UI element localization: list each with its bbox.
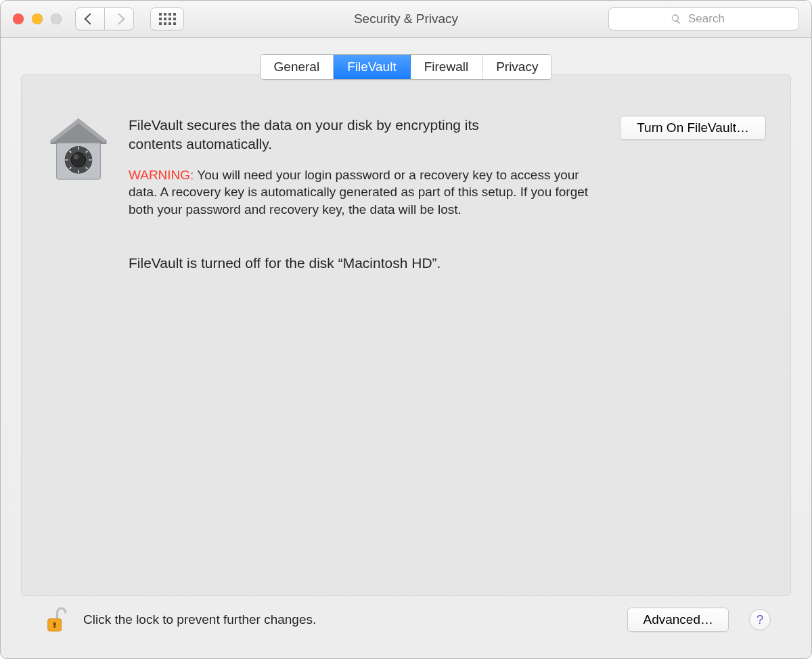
window-controls bbox=[13, 14, 62, 24]
filevault-warning: WARNING: You will need your login passwo… bbox=[129, 166, 602, 219]
titlebar: Security & Privacy bbox=[1, 1, 811, 38]
tab-bar: General FileVault Firewall Privacy bbox=[260, 54, 553, 80]
zoom-window-button[interactable] bbox=[51, 14, 62, 24]
minimize-window-button[interactable] bbox=[32, 14, 43, 24]
house-safe-icon bbox=[48, 116, 109, 183]
filevault-panel: FileVault secures the data on your disk … bbox=[21, 74, 791, 596]
filevault-status: FileVault is turned off for the disk “Ma… bbox=[129, 255, 602, 271]
chevron-left-icon bbox=[85, 14, 96, 25]
warning-label: WARNING: bbox=[129, 168, 194, 182]
svg-rect-20 bbox=[54, 624, 55, 628]
lock-hint-text: Click the lock to prevent further change… bbox=[83, 612, 316, 627]
show-all-button[interactable] bbox=[150, 7, 184, 30]
help-button[interactable]: ? bbox=[749, 609, 771, 631]
svg-point-8 bbox=[74, 154, 78, 159]
tab-firewall[interactable]: Firewall bbox=[411, 55, 482, 79]
search-icon bbox=[671, 14, 681, 24]
warning-body: You will need your login password or a r… bbox=[129, 168, 588, 217]
help-icon: ? bbox=[757, 612, 764, 627]
forward-button[interactable] bbox=[104, 7, 134, 30]
filevault-row: FileVault secures the data on your disk … bbox=[46, 116, 766, 286]
search-input[interactable] bbox=[687, 12, 737, 26]
filevault-text: FileVault secures the data on your disk … bbox=[129, 116, 602, 286]
back-button[interactable] bbox=[75, 7, 105, 30]
unlocked-padlock-icon bbox=[45, 606, 67, 633]
content-area: General FileVault Firewall Privacy bbox=[1, 38, 811, 658]
footer: Click the lock to prevent further change… bbox=[21, 596, 791, 643]
grid-icon bbox=[159, 13, 176, 25]
lock-button[interactable] bbox=[41, 604, 71, 636]
close-window-button[interactable] bbox=[13, 14, 24, 24]
chevron-right-icon bbox=[114, 14, 125, 25]
tab-general[interactable]: General bbox=[261, 55, 334, 79]
tab-filevault[interactable]: FileVault bbox=[334, 55, 411, 79]
advanced-button[interactable]: Advanced… bbox=[627, 608, 729, 632]
filevault-icon bbox=[46, 116, 111, 183]
preferences-window: Security & Privacy General FileVault Fir… bbox=[0, 0, 812, 659]
turn-on-filevault-button[interactable]: Turn On FileVault… bbox=[620, 116, 766, 140]
tab-privacy[interactable]: Privacy bbox=[482, 55, 551, 79]
filevault-heading: FileVault secures the data on your disk … bbox=[129, 116, 480, 154]
nav-buttons bbox=[75, 7, 134, 30]
search-field[interactable] bbox=[608, 7, 799, 30]
